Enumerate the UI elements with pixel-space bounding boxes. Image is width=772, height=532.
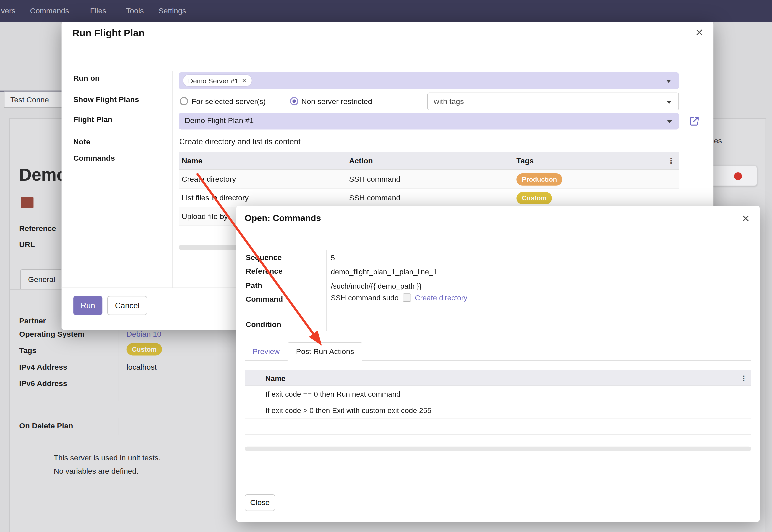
radio-non-restricted-label[interactable]: Non server restricted — [301, 97, 372, 106]
command-value-row: SSH command sudo Create directory — [331, 293, 468, 302]
tab-preview[interactable]: Preview — [245, 343, 288, 360]
command-value: SSH command sudo — [331, 293, 399, 302]
close-icon[interactable]: ✕ — [742, 213, 750, 224]
external-link-icon[interactable] — [688, 115, 700, 127]
run-button[interactable]: Run — [73, 296, 102, 315]
close-button[interactable]: Close — [245, 494, 275, 511]
chip-remove-icon[interactable]: ✕ — [242, 77, 247, 84]
divider — [172, 71, 173, 288]
cell-action: SSH command — [346, 189, 513, 207]
with-tags-value: with tags — [434, 97, 464, 106]
divider — [236, 240, 760, 240]
chevron-down-icon — [667, 101, 672, 104]
tab-post-run-actions[interactable]: Post Run Actions — [288, 342, 363, 361]
cancel-button[interactable]: Cancel — [107, 296, 147, 315]
flight-plan-select[interactable]: Demo Flight Plan #1 — [179, 113, 679, 129]
screen: vers Commands Files Tools Settings Test … — [0, 0, 772, 532]
col-name[interactable]: Name — [179, 152, 346, 169]
cell-tags: Custom — [514, 189, 679, 207]
cell-name: List files in directory — [179, 189, 346, 207]
reference-value: demo_flight_plan_1_plan_line_1 — [331, 267, 437, 276]
flight-plan-value: Demo Flight Plan #1 — [185, 116, 254, 125]
radio-for-selected-label[interactable]: For selected server(s) — [192, 97, 266, 106]
table-scrollbar[interactable] — [245, 447, 751, 451]
modal-title: Open: Commands — [245, 213, 321, 224]
tag-badge-custom[interactable]: Custom — [516, 192, 552, 205]
cell-tags: Production — [514, 170, 679, 188]
table-header: Name ⋮ — [245, 370, 751, 386]
flight-plan-label: Flight Plan — [73, 115, 112, 124]
col-tags[interactable]: Tags — [514, 152, 679, 169]
path-value: /such/much/{{ demo_path }} — [331, 282, 422, 290]
kebab-menu-icon[interactable]: ⋮ — [740, 370, 747, 387]
tag-badge-production[interactable]: Production — [516, 174, 562, 186]
command-label: Command — [246, 295, 283, 304]
with-tags-select[interactable]: with tags — [427, 93, 679, 110]
run-on-label: Run on — [73, 74, 100, 83]
radio-for-selected-servers[interactable] — [180, 97, 188, 105]
path-label: Path — [246, 281, 262, 290]
divider — [326, 250, 327, 331]
table-row[interactable]: If exit code == 0 then Run next command — [245, 386, 751, 402]
table-row[interactable]: Create directory SSH command Production — [179, 170, 679, 189]
kebab-menu-icon[interactable]: ⋮ — [667, 152, 675, 170]
close-icon[interactable]: ✕ — [695, 27, 704, 38]
open-commands-modal: Open: Commands ✕ Sequence Reference Path… — [236, 206, 760, 522]
create-directory-link[interactable]: Create directory — [415, 293, 467, 302]
note-label: Note — [73, 137, 90, 146]
server-chip[interactable]: Demo Server #1 ✕ — [183, 74, 252, 87]
run-on-select[interactable]: Demo Server #1 ✕ — [179, 72, 679, 89]
table-row-empty — [245, 418, 751, 435]
create-directory-checkbox[interactable] — [403, 293, 411, 302]
col-name[interactable]: Name — [265, 374, 285, 383]
chevron-down-icon — [666, 80, 671, 83]
show-flight-plans-label: Show Flight Plans — [73, 95, 139, 104]
table-row[interactable]: If exit code > 0 then Exit with custom e… — [245, 402, 751, 419]
chevron-down-icon — [667, 120, 672, 123]
radio-non-server-restricted[interactable] — [290, 97, 298, 105]
cell-action: SSH command — [346, 170, 513, 188]
reference-label: Reference — [246, 267, 283, 276]
sequence-label: Sequence — [246, 253, 282, 262]
sequence-value: 5 — [331, 254, 335, 262]
server-chip-label: Demo Server #1 — [188, 77, 238, 85]
modal-title: Run Flight Plan — [72, 28, 145, 39]
cell-name: Create directory — [179, 170, 346, 188]
col-action[interactable]: Action — [346, 152, 513, 169]
tab-bar: Preview Post Run Actions — [245, 342, 751, 361]
post-run-actions-table: Name ⋮ If exit code == 0 then Run next c… — [245, 370, 751, 435]
condition-label: Condition — [246, 320, 281, 329]
plan-description: Create directory and list its content — [179, 137, 301, 146]
table-header: Name Action Tags ⋮ — [179, 152, 679, 170]
commands-label: Commands — [73, 154, 115, 163]
table-row[interactable]: List files in directory SSH command Cust… — [179, 189, 679, 207]
